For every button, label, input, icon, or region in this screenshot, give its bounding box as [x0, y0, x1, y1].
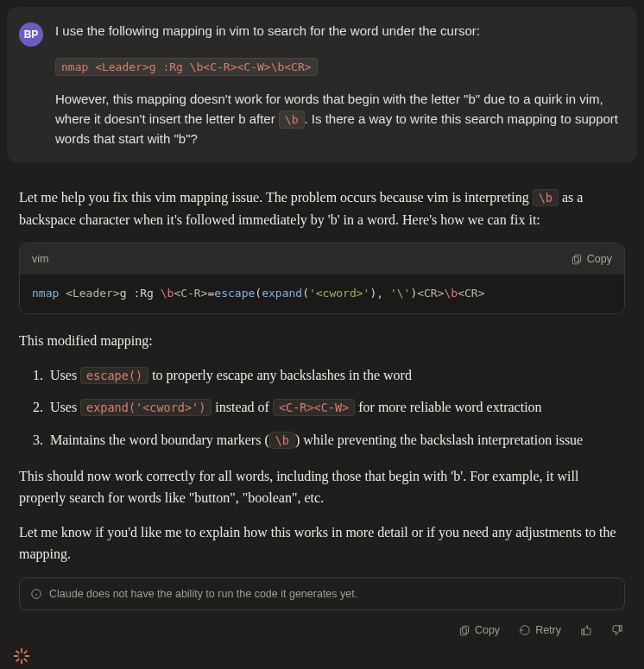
code-token: nmap: [32, 287, 59, 300]
code-block-header: vim Copy: [20, 243, 624, 275]
code-token: '<cword>': [309, 287, 369, 300]
text-span: ) while preventing the backslash interpr…: [295, 432, 583, 447]
assistant-paragraph: This modified mapping:: [19, 330, 625, 352]
user-code-block: nmap <Leader>g :Rg \b<C-R><C-W>\b<CR>: [55, 56, 318, 76]
inline-code: escape(): [80, 367, 148, 384]
svg-rect-1: [572, 257, 578, 264]
code-token: ),: [369, 287, 389, 300]
svg-line-13: [16, 659, 19, 661]
code-token: '\': [390, 287, 410, 300]
code-token: \b: [445, 287, 458, 300]
retry-label: Retry: [535, 624, 561, 636]
info-icon: [30, 588, 42, 600]
retry-icon: [519, 624, 531, 636]
code-token: \b: [161, 287, 174, 300]
user-text: I use the following mapping in vim to se…: [55, 21, 623, 41]
user-message: BP I use the following mapping in vim to…: [7, 7, 637, 162]
text-span: Uses: [50, 400, 80, 414]
code-token: <Leader>: [59, 287, 119, 300]
svg-line-14: [24, 651, 27, 653]
copy-message-button[interactable]: Copy: [453, 621, 505, 640]
svg-rect-6: [460, 628, 466, 635]
inline-code: expand('<cword>'): [80, 399, 212, 416]
code-language-label: vim: [32, 250, 48, 268]
code-token: expand: [262, 287, 302, 300]
thumbs-down-icon: [611, 624, 623, 636]
svg-rect-5: [463, 626, 469, 633]
code-token: g :Rg: [120, 287, 161, 300]
inline-code: nmap <Leader>g :Rg \b<C-R><C-W>\b<CR>: [55, 58, 318, 76]
list-item: Maintains the word boundary markers (\b)…: [47, 429, 625, 451]
list-item: Uses escape() to properly escape any bac…: [47, 364, 625, 387]
ordered-list: Uses escape() to properly escape any bac…: [38, 364, 625, 451]
inline-code: \b: [279, 110, 305, 129]
inline-code: \b: [269, 432, 295, 449]
avatar: BP: [19, 22, 43, 47]
disclaimer-text: Claude does not have the ability to run …: [49, 585, 357, 603]
assistant-paragraph: This should now work correctly for all w…: [19, 465, 625, 509]
code-block-body: nmap <Leader>g :Rg \b<C-R>=escape(expand…: [20, 275, 624, 313]
text-span: Uses: [50, 368, 80, 382]
code-token: <CR>: [458, 287, 484, 300]
copy-label: Copy: [475, 624, 500, 636]
assistant-message: Let me help you fix this vim mapping iss…: [7, 178, 637, 615]
inline-code: \b: [533, 189, 559, 206]
clipboard-icon: [458, 624, 470, 636]
inline-code: <C-R><C-W>: [273, 399, 355, 416]
code-token: (: [302, 287, 309, 300]
assistant-logo-icon: [12, 647, 31, 666]
assistant-paragraph: Let me help you fix this vim mapping iss…: [19, 186, 625, 230]
text-span: for more reliable word extraction: [355, 400, 541, 414]
text-span: Let me help you fix this vim mapping iss…: [19, 190, 533, 205]
code-token: <C-R>: [174, 287, 207, 300]
text-span: instead of: [212, 400, 273, 414]
text-span: Maintains the word boundary markers (: [50, 432, 269, 447]
code-run-disclaimer: Claude does not have the ability to run …: [19, 577, 625, 610]
text-span: to properly escape any backslashes in th…: [148, 368, 412, 382]
clipboard-icon: [571, 253, 583, 265]
thumbs-down-button[interactable]: [606, 621, 628, 640]
message-actions: Copy Retry: [7, 615, 637, 641]
svg-rect-0: [574, 256, 580, 262]
user-message-body: I use the following mapping in vim to se…: [55, 21, 623, 148]
user-text: However, this mapping doesn't work for w…: [55, 89, 623, 149]
code-block: vim Copy nmap <Leader>g :Rg \b<C-R>=esca…: [19, 243, 625, 314]
copy-label: Copy: [587, 250, 612, 268]
copy-code-button[interactable]: Copy: [571, 250, 612, 268]
thumbs-up-button[interactable]: [575, 621, 597, 640]
svg-line-11: [16, 651, 19, 653]
list-item: Uses expand('<cword>') instead of <C-R><…: [47, 396, 625, 419]
code-token: escape: [214, 287, 255, 300]
svg-line-12: [24, 659, 27, 661]
code-token: (: [255, 287, 262, 300]
assistant-paragraph: Let me know if you'd like me to explain …: [19, 521, 625, 565]
code-token: <CR>: [417, 287, 444, 300]
retry-button[interactable]: Retry: [514, 621, 566, 640]
thumbs-up-icon: [580, 624, 592, 636]
